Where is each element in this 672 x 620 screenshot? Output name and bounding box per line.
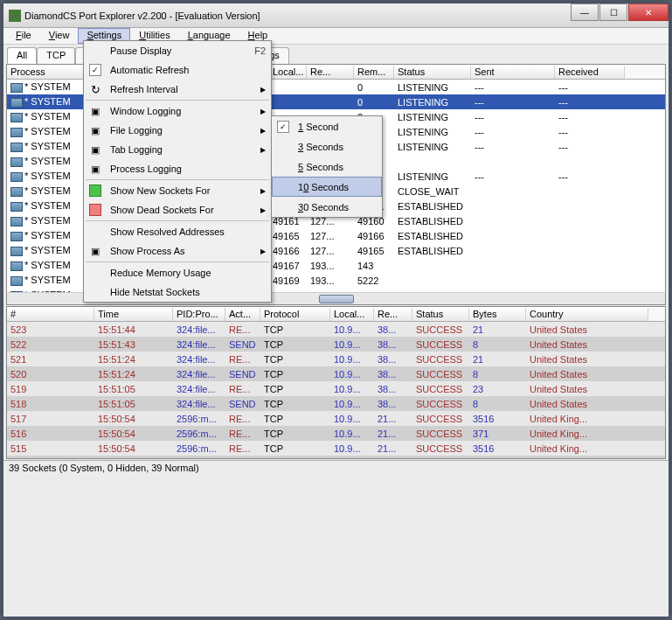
process-icon: [10, 202, 23, 212]
submenu-label: 3 Seconds: [298, 142, 343, 152]
col-head[interactable]: Rem...: [354, 66, 394, 79]
col-head[interactable]: Bytes: [469, 308, 526, 321]
menu-label: Hide Netstat Sockets: [110, 287, 200, 297]
col-head[interactable]: #: [7, 308, 94, 321]
close-button[interactable]: ✕: [628, 3, 669, 21]
col-head[interactable]: Re...: [374, 308, 412, 321]
scroll-thumb[interactable]: [319, 295, 354, 303]
statusbar: 39 Sockets (0 System, 0 Hidden, 39 Norma…: [3, 460, 669, 477]
menu-file[interactable]: File: [7, 28, 40, 44]
green-icon: [87, 183, 103, 199]
menu-item-show-process-as[interactable]: ▣Show Process As▶: [84, 241, 271, 261]
titlebar[interactable]: DiamondCS Port Explorer v2.200 - [Evalua…: [3, 3, 669, 28]
submenu-label: 5 Seconds: [298, 162, 343, 172]
col-head[interactable]: Time: [94, 308, 173, 321]
bottom-columns: #TimePID:Pro...Act...ProtocolLocal...Re.…: [7, 307, 665, 322]
submenu-label: 10 Seconds: [298, 182, 349, 192]
process-icon: [10, 98, 23, 108]
file-icon: ▣: [87, 122, 103, 138]
process-icon: [10, 143, 23, 152]
menu-item-automatic-refresh[interactable]: ✓Automatic Refresh: [84, 60, 271, 80]
submenu-item-30-seconds[interactable]: 30 Seconds: [272, 197, 382, 217]
col-head[interactable]: PID:Pro...: [173, 308, 225, 321]
col-head[interactable]: Act...: [225, 308, 260, 321]
menu-item-refresh-interval[interactable]: ↻Refresh Interval▶: [84, 80, 271, 99]
menu-item-reduce-memory-usage[interactable]: Reduce Memory Usage: [84, 263, 271, 282]
window-title: DiamondCS Port Explorer v2.200 - [Evalua…: [24, 10, 570, 21]
blank-icon: [87, 43, 103, 59]
process-icon: [10, 261, 23, 271]
chevron-right-icon: ▶: [260, 127, 266, 135]
chevron-right-icon: ▶: [260, 146, 266, 154]
submenu-item-10-seconds[interactable]: 10 Seconds: [272, 177, 382, 197]
col-head[interactable]: Re...: [307, 66, 354, 79]
col-head[interactable]: Local...: [269, 66, 307, 79]
menu-item-tab-logging[interactable]: ▣Tab Logging▶: [84, 140, 271, 159]
menu-label: Show Resolved Addresses: [110, 226, 225, 237]
log-row[interactable]: 51415:50:542596:m...RE...TCP10.9...21...…: [7, 456, 665, 458]
menu-label: Pause Display: [110, 45, 171, 56]
menu-label: Window Logging: [110, 106, 181, 116]
submenu-item-5-seconds[interactable]: 5 Seconds: [272, 157, 382, 177]
chevron-right-icon: ▶: [260, 247, 266, 255]
process-icon: [10, 157, 23, 167]
col-head[interactable]: Local...: [330, 308, 374, 321]
monitor-icon: ▣: [87, 243, 103, 259]
menu-item-pause-display[interactable]: Pause DisplayF2: [84, 41, 271, 60]
process-icon: [10, 113, 23, 122]
chevron-right-icon: ▶: [260, 187, 266, 195]
process-icon: [10, 276, 23, 286]
process-icon: [10, 83, 23, 93]
maximize-button[interactable]: ☐: [599, 3, 627, 21]
log-row[interactable]: 51915:51:05324:file...RE...TCP10.9...38.…: [7, 381, 665, 396]
log-row[interactable]: 52315:51:44324:file...RE...TCP10.9...38.…: [7, 322, 665, 337]
log-row[interactable]: 52015:51:24324:file...SENDTCP10.9...38..…: [7, 366, 665, 381]
app-icon: [9, 10, 21, 22]
menu-item-show-resolved-addresses[interactable]: Show Resolved Addresses: [84, 222, 271, 241]
minimize-button[interactable]: —: [571, 3, 599, 21]
col-head[interactable]: Sent: [471, 66, 555, 79]
menu-item-process-logging[interactable]: ▣Process Logging: [84, 159, 271, 178]
menu-item-show-new-sockets-for[interactable]: Show New Sockets For▶: [84, 181, 271, 200]
submenu-item-1-second[interactable]: ✓1 Second: [272, 116, 382, 136]
process-icon: [10, 232, 23, 241]
menu-item-hide-netstat-sockets[interactable]: Hide Netstat Sockets: [84, 282, 271, 302]
menu-item-window-logging[interactable]: ▣Window Logging▶: [84, 101, 271, 121]
menu-label: Show Dead Sockets For: [110, 205, 214, 215]
col-head[interactable]: Received: [555, 66, 625, 79]
menu-item-file-logging[interactable]: ▣File Logging▶: [84, 121, 271, 140]
col-head[interactable]: Country: [526, 308, 648, 321]
log-row[interactable]: 52215:51:43324:file...SENDTCP10.9...38..…: [7, 337, 665, 352]
menu-label: Process Logging: [110, 164, 182, 174]
chevron-right-icon: ▶: [260, 108, 266, 115]
bottom-rows[interactable]: 52315:51:44324:file...RE...TCP10.9...38.…: [7, 322, 665, 458]
tab-all[interactable]: All: [7, 47, 37, 64]
proc-icon: ▣: [87, 161, 103, 177]
tab-tcp[interactable]: TCP: [37, 47, 75, 64]
menu-item-show-dead-sockets-for[interactable]: Show Dead Sockets For▶: [84, 200, 271, 219]
refresh-icon: ↻: [87, 81, 103, 97]
refresh-interval-submenu: ✓1 Second3 Seconds5 Seconds10 Seconds30 …: [271, 115, 383, 218]
log-row[interactable]: 51515:50:542596:m...RE...TCP10.9...21...…: [7, 441, 665, 456]
process-icon: [10, 187, 23, 197]
col-head[interactable]: Process: [7, 66, 94, 79]
log-row[interactable]: 51715:50:542596:m...RE...TCP10.9...21...…: [7, 411, 665, 426]
log-row[interactable]: 51615:50:542596:m...RE...TCP10.9...21...…: [7, 426, 665, 441]
log-row[interactable]: 51815:51:05324:file...SENDTCP10.9...38..…: [7, 396, 665, 411]
chevron-right-icon: ▶: [260, 86, 266, 94]
process-icon: [10, 172, 23, 182]
tab-icon: ▣: [87, 142, 103, 157]
process-icon: [10, 217, 23, 226]
col-head[interactable]: Status: [394, 66, 471, 79]
col-head[interactable]: Protocol: [260, 308, 330, 321]
menu-view[interactable]: View: [40, 28, 79, 44]
submenu-label: 30 Seconds: [298, 202, 349, 212]
red-icon: [87, 202, 103, 218]
window-icon: ▣: [87, 103, 103, 119]
check-icon: ✓: [87, 62, 103, 78]
log-row[interactable]: 52115:51:24324:file...RE...TCP10.9...38.…: [7, 352, 665, 366]
submenu-item-3-seconds[interactable]: 3 Seconds: [272, 136, 382, 157]
col-head[interactable]: Status: [412, 308, 469, 321]
menu-label: Show Process As: [110, 246, 185, 256]
process-icon: [10, 291, 23, 292]
